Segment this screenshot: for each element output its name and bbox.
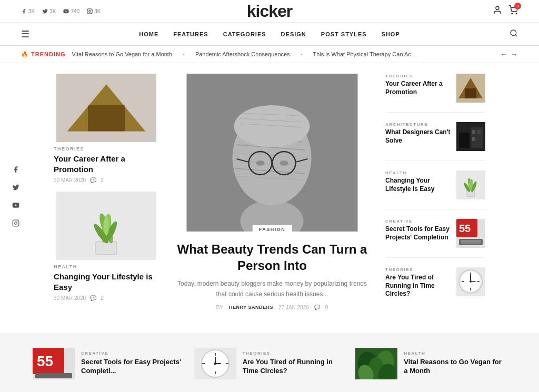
hero-image-container: FASHION — [167, 74, 377, 234]
left-comments-0: 2 — [101, 177, 104, 183]
site-title[interactable]: kicker — [247, 2, 293, 21]
right-thumb-3[interactable]: 55 — [456, 219, 485, 248]
sidebar-instagram[interactable] — [9, 217, 22, 229]
left-date-1: 30 MAR 2020 — [54, 295, 86, 301]
left-thumb-0[interactable] — [54, 74, 159, 142]
right-title-3[interactable]: Secret Tools for Easy Projects' Completi… — [385, 225, 451, 242]
hero-comment-icon: 💬 — [314, 305, 320, 310]
right-thumb-2[interactable] — [456, 170, 485, 199]
svg-point-21 — [104, 216, 109, 235]
bottom-thumb-1[interactable] — [194, 348, 236, 379]
search-icon[interactable] — [510, 29, 518, 39]
svg-point-72 — [470, 280, 472, 283]
hero-comments: 0 — [325, 305, 328, 310]
nav-categories[interactable]: CATEGORIES — [223, 31, 266, 37]
svg-rect-62 — [461, 240, 481, 244]
svg-rect-16 — [96, 242, 117, 255]
svg-rect-4 — [87, 8, 92, 13]
svg-text:55: 55 — [459, 223, 471, 234]
svg-rect-1 — [13, 220, 19, 226]
left-article-0: THEORIES Your Career After a Promotion 3… — [54, 74, 159, 183]
bottom-thumb-2[interactable] — [355, 348, 397, 379]
hero-excerpt: Today, modern beauty bloggers make money… — [173, 279, 372, 299]
cart-badge: 8 — [514, 3, 521, 9]
twitter-link[interactable]: 3K — [42, 8, 56, 14]
right-cat-1: ARCHITECTURE — [385, 122, 451, 127]
right-title-0[interactable]: Your Career After a Promotion — [385, 80, 451, 96]
left-comments-1: 2 — [101, 295, 104, 301]
left-title-0[interactable]: Your Career After a Promotion — [54, 154, 159, 174]
right-article-4: THEORIES Are You Tired of Running in Tim… — [385, 267, 485, 308]
social-sidebar — [9, 163, 22, 229]
sidebar-facebook[interactable] — [9, 163, 22, 176]
main-content: THEORIES Your Career After a Promotion 3… — [33, 63, 506, 328]
cart-icon[interactable]: 8 — [508, 5, 518, 17]
right-article-2: HEALTH Changing Your Lifestyle is Easy — [385, 170, 485, 209]
trending-next[interactable]: → — [511, 50, 518, 58]
trending-item-0[interactable]: Vital Reasons to Go Vegan for a Month — [72, 51, 172, 57]
svg-point-6 — [496, 6, 499, 9]
trending-item-2[interactable]: This is What Physical Therapy Can Ac... — [313, 51, 416, 57]
sidebar-twitter[interactable] — [9, 181, 22, 194]
bottom-card-2: HEALTH Vital Reasons to Go Vegan for a M… — [355, 348, 506, 379]
left-article-1: HEALTH Changing Your Lifestyle is Easy 3… — [54, 192, 159, 301]
menu-icon[interactable]: ☰ — [21, 28, 29, 40]
trending-sep-0: • — [183, 51, 185, 57]
bottom-thumb-0[interactable]: 55 — [33, 348, 75, 379]
right-article-1: ARCHITECTURE What Designers Can't Solve — [385, 122, 485, 161]
user-icon[interactable] — [493, 5, 502, 17]
bottom-card-0: 55 CREATIVE Secret Tools for Easy Projec… — [33, 348, 184, 379]
trending-nav: ← → — [500, 50, 518, 58]
right-content-4: THEORIES Are You Tired of Running in Tim… — [385, 267, 451, 298]
left-thumb-1[interactable] — [54, 192, 159, 260]
svg-point-85 — [214, 362, 216, 365]
facebook-link[interactable]: 3K — [21, 8, 35, 14]
top-bar: 3K 3K 740 3K kicker 8 — [0, 0, 539, 23]
left-title-1[interactable]: Changing Your Lifestyle is Easy — [54, 272, 159, 292]
svg-rect-76 — [35, 373, 72, 378]
right-cat-2: HEALTH — [385, 170, 451, 175]
comment-icon-1: 💬 — [90, 295, 96, 301]
hero-image[interactable] — [167, 74, 377, 232]
nav-home[interactable]: HOME — [139, 31, 158, 37]
nav-design[interactable]: DESIGN — [281, 31, 306, 37]
bottom-cat-0: CREATIVE — [81, 351, 184, 356]
right-title-4[interactable]: Are You Tired of Running in Time Circles… — [385, 274, 451, 298]
left-column: THEORIES Your Career After a Promotion 3… — [54, 74, 159, 317]
right-cat-0: THEORIES — [385, 74, 451, 78]
right-title-2[interactable]: Changing Your Lifestyle is Easy — [385, 177, 451, 193]
instagram-link[interactable]: 3K — [87, 8, 101, 14]
nav-shop[interactable]: SHOP — [382, 31, 400, 37]
svg-rect-53 — [467, 190, 475, 197]
right-thumb-1[interactable] — [456, 122, 485, 151]
right-thumb-4[interactable] — [456, 267, 485, 296]
svg-point-38 — [280, 160, 288, 166]
right-thumb-0[interactable] — [456, 74, 485, 103]
svg-point-37 — [256, 160, 265, 166]
trending-label: 🔥 TRENDING — [21, 51, 65, 58]
bottom-title-1[interactable]: Are You Tired of Running in Time Circles… — [243, 358, 345, 376]
svg-rect-50 — [477, 130, 481, 134]
svg-rect-49 — [472, 130, 475, 134]
nav-features[interactable]: FEATURES — [173, 31, 208, 37]
hero-title[interactable]: What Beauty Trends Can Turn a Person Int… — [173, 241, 372, 274]
trending-item-1[interactable]: Pandemic Aftershock Consequences — [195, 51, 290, 57]
trending-prev[interactable]: ← — [500, 50, 507, 58]
left-category-1: HEALTH — [54, 264, 159, 269]
instagram-count: 3K — [94, 8, 101, 14]
twitter-count: 3K — [49, 8, 56, 14]
right-article-3: CREATIVE Secret Tools for Easy Projects'… — [385, 219, 485, 258]
bottom-card-1: THEORIES Are You Tired of Running in Tim… — [194, 348, 345, 379]
fire-icon: 🔥 — [21, 51, 29, 58]
right-title-1[interactable]: What Designers Can't Solve — [385, 128, 451, 145]
hero-date: 27 JAN 2020 — [278, 305, 309, 310]
bottom-title-2[interactable]: Vital Reasons to Go Vegan for a Month — [404, 358, 506, 376]
svg-point-9 — [511, 30, 516, 36]
nav-post-styles[interactable]: POST STYLES — [321, 31, 367, 37]
svg-rect-13 — [88, 105, 125, 132]
bottom-title-0[interactable]: Secret Tools for Easy Projects' Completi… — [81, 358, 184, 376]
youtube-link[interactable]: 740 — [63, 8, 79, 14]
bottom-cat-1: THEORIES — [243, 351, 345, 356]
sidebar-youtube[interactable] — [9, 199, 22, 212]
svg-rect-45 — [465, 88, 476, 98]
